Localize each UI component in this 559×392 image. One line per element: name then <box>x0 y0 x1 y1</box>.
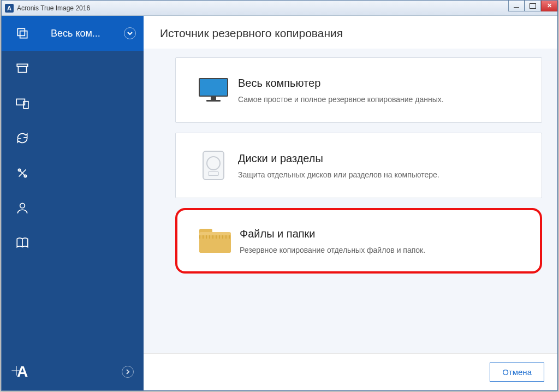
cancel-button[interactable]: Отмена <box>490 363 544 382</box>
add-button[interactable] <box>9 364 23 380</box>
option-desc: Защита отдельных дисков или разделов на … <box>238 170 528 179</box>
devices-icon <box>15 96 29 110</box>
folder-icon <box>191 229 240 253</box>
nav-tools[interactable] <box>2 156 43 191</box>
nav-account[interactable] <box>2 191 43 225</box>
close-button[interactable] <box>541 1 557 11</box>
window-controls <box>508 1 557 11</box>
nav-archive[interactable] <box>2 51 43 86</box>
options-list: Весь компьютер Самое простое и полное ре… <box>144 49 557 353</box>
minimize-button[interactable] <box>508 1 525 11</box>
sidebar-header[interactable]: Весь ком... <box>43 16 144 51</box>
svg-point-8 <box>20 203 25 208</box>
tools-icon <box>15 166 29 180</box>
nav-rail: A <box>2 16 43 390</box>
book-icon <box>15 236 29 250</box>
nav-help[interactable] <box>2 225 43 260</box>
option-desc: Самое простое и полное резервное копиров… <box>238 95 528 104</box>
sync-icon <box>15 131 29 145</box>
main-footer: Отмена <box>144 353 557 390</box>
account-icon <box>15 201 29 215</box>
nav-backup[interactable] <box>2 16 43 51</box>
nav-sync[interactable] <box>2 121 43 156</box>
app-icon: A <box>5 4 14 13</box>
option-entire-pc[interactable]: Весь компьютер Самое простое и полное ре… <box>175 57 542 123</box>
main-area: Источник резервного копирования Весь ком… <box>144 16 557 390</box>
app-window: A Acronis True Image 2016 <box>1 0 558 391</box>
copy-icon <box>15 26 29 40</box>
option-files-folders[interactable]: Файлы и папки Резервное копирование отде… <box>175 208 542 274</box>
disk-icon <box>189 151 238 180</box>
window-title: Acronis True Image 2016 <box>17 4 90 12</box>
svg-rect-0 <box>17 28 25 35</box>
maximize-button[interactable] <box>525 1 541 11</box>
titlebar[interactable]: A Acronis True Image 2016 <box>2 1 557 16</box>
app-body: A Весь ком... Источник резервного копиро… <box>2 16 557 390</box>
monitor-icon <box>189 78 238 102</box>
sidebar-panel: Весь ком... <box>43 16 144 390</box>
nav-devices[interactable] <box>2 86 43 121</box>
svg-rect-1 <box>20 31 27 38</box>
option-title: Весь компьютер <box>238 77 528 90</box>
chevron-down-icon[interactable] <box>124 27 136 39</box>
sidebar-header-label: Весь ком... <box>51 28 100 39</box>
svg-rect-3 <box>18 67 26 73</box>
page-title: Источник резервного копирования <box>144 16 557 49</box>
option-title: Диски и разделы <box>238 152 528 165</box>
chevron-right-icon[interactable] <box>122 366 134 378</box>
sidebar-footer <box>43 353 144 390</box>
archive-icon <box>15 61 29 75</box>
option-title: Файлы и папки <box>240 228 527 240</box>
option-disks[interactable]: Диски и разделы Защита отдельных дисков … <box>175 133 542 198</box>
option-desc: Резервное копирование отдельных файлов и… <box>240 246 527 254</box>
